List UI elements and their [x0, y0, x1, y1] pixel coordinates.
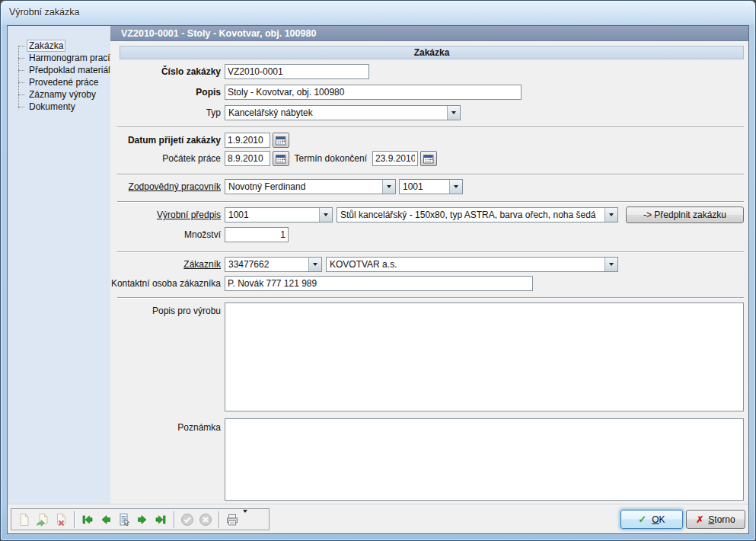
popis-pro-vyrobu-textarea[interactable] [225, 303, 744, 411]
storno-button-label: Storno [708, 514, 735, 525]
zakaznik-code-combobox-button[interactable] [308, 258, 321, 271]
cislo-zakazky-input[interactable] [225, 64, 369, 79]
tree-connector [18, 58, 24, 59]
poznamka-textarea[interactable] [225, 418, 744, 501]
dialog-window: Výrobní zakázka Zakázka Harmonogram prac… [0, 0, 756, 541]
sidebar-item-dokumenty[interactable]: Dokumenty [18, 101, 117, 113]
vyrobni-predpis-combobox[interactable]: Stůl kancelářský - 150x80, typ ASTRA, ba… [337, 207, 618, 222]
new-document-icon[interactable] [17, 512, 32, 527]
popis-pro-vyrobu-label: Popis pro výrobu [110, 303, 221, 319]
first-record-icon[interactable] [80, 512, 95, 527]
tree-connector [18, 82, 24, 83]
toolbar-separator [219, 511, 219, 528]
zodpovedny-pracovnik-code-combobox-button[interactable] [449, 180, 462, 194]
print-icon[interactable] [225, 512, 240, 527]
vyrobni-predpis-code-value: 1001 [225, 208, 319, 222]
section-divider [117, 251, 744, 252]
typ-label: Typ [110, 105, 221, 120]
sidebar-item-label: Dokumenty [27, 101, 78, 112]
sidebar: Zakázka Harmonogram prací Předpoklad mat… [8, 26, 110, 504]
sidebar-item-label: Harmonogram prací [27, 53, 113, 63]
section-divider [117, 201, 744, 202]
kontaktni-osoba-input[interactable] [225, 276, 533, 291]
tree-connector [18, 94, 24, 95]
sidebar-item-zaznamy-vyroby[interactable]: Záznamy výroby [18, 88, 117, 101]
zodpovedny-pracovnik-code-value: 1001 [400, 180, 449, 194]
record-toolbar [11, 508, 270, 530]
dialog-content: Zakázka Harmonogram prací Předpoklad mat… [7, 25, 749, 534]
dropdown-arrow-icon [454, 185, 458, 188]
datum-prijeti-input[interactable] [225, 133, 270, 148]
vyrobni-predpis-combobox-button[interactable] [604, 208, 617, 222]
cancel-icon[interactable] [198, 512, 213, 527]
calendar-icon [423, 154, 434, 164]
storno-button[interactable]: ✗ Storno [686, 510, 745, 529]
screen: Výrobní zakázka Zakázka Harmonogram prac… [0, 0, 756, 541]
popis-input[interactable] [225, 85, 522, 100]
zodpovedny-pracovnik-code-combobox[interactable]: 1001 [399, 179, 463, 194]
dropdown-arrow-icon [324, 213, 328, 216]
check-icon: ✓ [638, 514, 646, 524]
termin-dokonceni-input[interactable] [372, 151, 418, 166]
typ-combobox-button[interactable] [447, 106, 460, 120]
dropdown-arrow-icon [609, 213, 614, 216]
print-dropdown-arrow-icon[interactable] [243, 513, 247, 527]
sidebar-item-zakazka[interactable]: Zakázka [18, 40, 117, 52]
zodpovedny-pracovnik-label[interactable]: Zodpovědný pracovník [110, 179, 221, 194]
sidebar-nav: Zakázka Harmonogram prací Předpoklad mat… [18, 40, 117, 113]
next-record-icon[interactable] [135, 512, 150, 527]
previous-record-icon[interactable] [98, 512, 113, 527]
zodpovedny-pracovnik-combobox[interactable]: Novotný Ferdinand [225, 179, 396, 194]
window-titlebar[interactable]: Výrobní zakázka [1, 1, 755, 25]
zakaznik-label[interactable]: Zákazník [110, 257, 221, 272]
record-header-title: VZ2010-0001 - Stoly - Kovotvar, obj. 100… [121, 28, 316, 39]
toolbar-separator [174, 511, 174, 528]
sidebar-item-label: Předpoklad materiálu [27, 65, 117, 75]
x-icon: ✗ [696, 515, 703, 524]
confirm-icon[interactable] [180, 512, 195, 527]
delete-document-icon[interactable] [53, 512, 69, 527]
form-area: Zakázka Číslo zakázky Popis Typ Kancelář… [110, 41, 748, 504]
mnozstvi-input[interactable] [225, 227, 289, 242]
vyrobni-predpis-code-combobox-button[interactable] [319, 208, 332, 222]
last-record-icon[interactable] [153, 512, 168, 527]
copy-document-icon[interactable] [35, 512, 50, 527]
vyrobni-predpis-label[interactable]: Výrobní předpis [110, 207, 221, 222]
record-header: VZ2010-0001 - Stoly - Kovotvar, obj. 100… [110, 26, 748, 41]
vyrobni-predpis-value: Stůl kancelářský - 150x80, typ ASTRA, ba… [337, 208, 604, 222]
datum-prijeti-calendar-button[interactable] [273, 133, 289, 148]
ok-button[interactable]: ✓ OK [620, 510, 683, 529]
zakaznik-value: KOVOTVAR a.s. [327, 258, 604, 271]
section-divider [117, 126, 744, 127]
zakaznik-code-combobox[interactable]: 33477662 [225, 257, 322, 272]
sidebar-item-provedene-prace[interactable]: Provedené práce [18, 76, 117, 88]
section-divider [117, 174, 744, 174]
zodpovedny-pracovnik-combobox-button[interactable] [382, 180, 395, 194]
typ-combobox-value: Kancelářský nábytek [225, 106, 447, 120]
calendar-icon [276, 136, 286, 146]
typ-combobox[interactable]: Kancelářský nábytek [225, 105, 461, 120]
group-header: Zakázka [120, 46, 744, 59]
toolbar-separator [74, 511, 75, 528]
sidebar-item-label: Záznamy výroby [27, 89, 98, 100]
sidebar-item-harmonogram-praci[interactable]: Harmonogram prací [18, 52, 117, 64]
termin-dokonceni-label: Termín dokončení [257, 151, 367, 166]
sidebar-item-predpoklad-materialu[interactable]: Předpoklad materiálu [18, 64, 117, 76]
poznamka-label: Poznámka [110, 420, 221, 435]
vyrobni-predpis-code-combobox[interactable]: 1001 [225, 207, 333, 222]
sidebar-item-label: Provedené práce [27, 77, 100, 88]
termin-dokonceni-calendar-button[interactable] [420, 151, 437, 166]
ok-button-label: OK [652, 514, 665, 525]
zakaznik-combobox[interactable]: KOVOTVAR a.s. [326, 257, 618, 272]
dropdown-arrow-icon [313, 263, 317, 266]
kontaktni-osoba-label: Kontaktní osoba zákazníka [110, 276, 221, 291]
predplnit-zakazku-button[interactable]: -> Předplnit zakázku [626, 206, 744, 223]
dropdown-arrow-icon [387, 185, 391, 188]
dropdown-arrow-icon [451, 111, 456, 114]
tree-connector [18, 70, 24, 71]
zakaznik-combobox-button[interactable] [604, 258, 617, 271]
cislo-zakazky-label: Číslo zakázky [110, 64, 221, 79]
browse-records-icon[interactable] [116, 512, 132, 527]
section-divider [117, 297, 744, 298]
pocatek-prace-label: Počátek práce [110, 151, 221, 166]
